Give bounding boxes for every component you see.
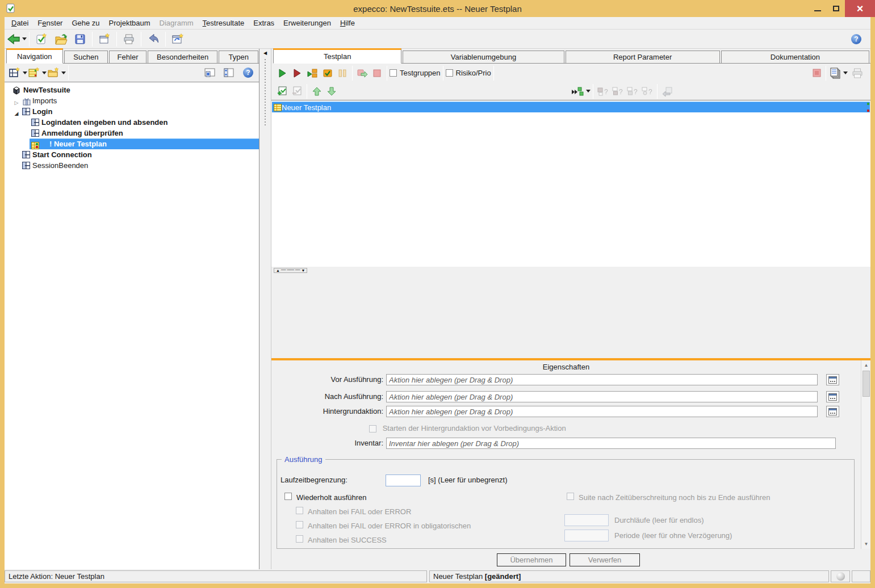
tree-item-neuer-testplan[interactable]: ! Neuer Testplan xyxy=(5,138,259,149)
testgruppen-toggle[interactable]: Testgruppen xyxy=(390,65,441,82)
run-selected-icon xyxy=(307,68,318,78)
risiko-checkbox[interactable] xyxy=(446,69,453,77)
navigation-panel: Navigation Suchen Fehler Besonderheiten … xyxy=(5,49,259,569)
vor-ausfuehrung-input[interactable] xyxy=(386,374,818,385)
reload-browser-button[interactable] xyxy=(168,31,187,48)
panel-splitter[interactable]: ◀ xyxy=(259,49,271,569)
run-debug-button[interactable] xyxy=(290,65,304,82)
print-report-button xyxy=(848,65,867,82)
nach-ausfuehrung-input[interactable] xyxy=(386,391,818,402)
maximize-button[interactable] xyxy=(827,0,845,17)
properties-scrollbar[interactable]: ▲ ▼ xyxy=(861,360,870,549)
collapse-up-icon[interactable]: ▲ xyxy=(276,268,280,272)
tab-variablenumgebung[interactable]: Variablenumgebung xyxy=(403,51,564,63)
state-unknown-icon: ? xyxy=(641,86,654,96)
menu-hilfe[interactable]: Hilfe xyxy=(336,18,359,28)
hintergrundaktion-browse-button[interactable] xyxy=(826,406,839,417)
tree-item-newtestsuite[interactable]: NewTestsuite xyxy=(5,85,259,95)
report-copies-button[interactable] xyxy=(828,65,848,82)
new-testplan-button[interactable] xyxy=(27,64,47,81)
menubar: Datei Fenster Gehe zu Projektbaum Diagra… xyxy=(5,17,870,30)
chevron-down-icon xyxy=(586,90,591,93)
tree-item-start-connection[interactable]: Start Connection xyxy=(5,149,259,160)
risiko-toggle[interactable]: Risiko/Prio xyxy=(446,65,491,82)
new-item-button[interactable] xyxy=(32,31,51,48)
testgruppen-checkbox[interactable] xyxy=(390,69,397,77)
navigation-help-button[interactable]: ? xyxy=(238,64,258,81)
move-down-button[interactable] xyxy=(324,83,339,100)
stop-button[interactable] xyxy=(370,65,384,82)
vor-ausfuehrung-label: Vor Ausführung: xyxy=(271,374,383,385)
tab-fehler[interactable]: Fehler xyxy=(109,51,146,63)
tab-suchen[interactable]: Suchen xyxy=(64,51,108,63)
print-button[interactable] xyxy=(119,31,139,48)
uebernehmen-button[interactable]: Übernehmen xyxy=(497,553,566,566)
detach-view-button[interactable] xyxy=(200,64,219,81)
vor-ausfuehrung-browse-button[interactable] xyxy=(826,374,839,385)
open-button[interactable] xyxy=(51,31,70,48)
scroll-down-icon[interactable]: ▼ xyxy=(861,539,871,549)
hintergrundaktion-input[interactable] xyxy=(386,406,818,417)
horizontal-splitter[interactable]: ▲┄┄┄┄┄┄┄▼ xyxy=(271,267,870,274)
save-button[interactable] xyxy=(70,31,90,48)
new-folder-button[interactable] xyxy=(47,64,66,81)
undo-button[interactable] xyxy=(144,31,163,48)
wiederholt-checkbox[interactable] xyxy=(284,493,292,500)
toolbar-separator xyxy=(165,32,166,47)
state-unknown-4-button: ? xyxy=(640,83,655,100)
tree-item-login[interactable]: Login xyxy=(5,106,259,117)
new-testcase-button[interactable] xyxy=(8,64,27,81)
menu-datei[interactable]: Datei xyxy=(7,18,33,28)
tree-item-anmeldung[interactable]: Anmeldung überprüfen xyxy=(5,128,259,138)
tab-besonderheiten[interactable]: Besonderheiten xyxy=(148,51,217,63)
minimize-button[interactable] xyxy=(809,0,827,17)
expander-expanded-icon[interactable] xyxy=(14,108,19,117)
tab-navigation[interactable]: Navigation xyxy=(6,48,63,64)
run-button[interactable] xyxy=(275,65,290,82)
run-selected-button[interactable] xyxy=(304,65,320,82)
menu-extras[interactable]: Extras xyxy=(249,18,279,28)
help-icon: ? xyxy=(243,68,253,78)
add-entry-button[interactable] xyxy=(275,83,290,100)
menu-gehe-zu[interactable]: Gehe zu xyxy=(67,18,104,28)
pause-button[interactable] xyxy=(335,65,350,82)
tab-scroll-left-icon[interactable]: ◀ xyxy=(259,51,271,56)
scrollbar-thumb[interactable] xyxy=(863,371,870,397)
testplan-row-selected[interactable]: Neuer Testplan xyxy=(272,102,870,112)
scroll-up-icon[interactable]: ▲ xyxy=(861,360,871,370)
rerun-selected-button[interactable] xyxy=(571,83,591,100)
new-window-button[interactable] xyxy=(95,31,114,48)
nach-ausfuehrung-browse-button[interactable] xyxy=(826,391,839,402)
close-button[interactable] xyxy=(845,0,875,17)
tree-item-imports[interactable]: Imports xyxy=(5,95,259,106)
menu-erweiterungen[interactable]: Erweiterungen xyxy=(279,18,336,28)
layout-view-button[interactable] xyxy=(219,64,238,81)
menu-fenster[interactable]: Fenster xyxy=(33,18,67,28)
testplan-list: Neuer Testplan xyxy=(271,100,870,267)
back-button[interactable] xyxy=(7,31,27,48)
testcase-grid-icon xyxy=(22,162,30,169)
move-up-button[interactable] xyxy=(309,83,324,100)
step-button[interactable] xyxy=(355,65,370,82)
tree-item-sessionbeenden[interactable]: SessionBeenden xyxy=(5,160,259,171)
splitter-handle[interactable]: ▲┄┄┄┄┄┄┄▼ xyxy=(274,268,307,273)
testplan-panel: Testplan Variablenumgebung Report Parame… xyxy=(271,49,870,569)
left-tab-strip: Navigation Suchen Fehler Besonderheiten … xyxy=(6,49,259,64)
tree-item-logindaten[interactable]: Logindaten eingeben und absenden xyxy=(5,117,259,128)
menu-testresultate[interactable]: Testresultate xyxy=(198,18,249,28)
tab-report-parameter[interactable]: Report Parameter xyxy=(566,51,720,63)
verwerfen-button[interactable]: Verwerfen xyxy=(570,553,640,566)
splitter-grip[interactable] xyxy=(265,59,266,127)
toolbar-separator xyxy=(493,66,494,81)
stop-indicator-button[interactable] xyxy=(810,65,823,82)
collapse-down-icon[interactable]: ▼ xyxy=(301,268,305,272)
laufzeit-input[interactable] xyxy=(386,474,421,486)
menu-projektbaum[interactable]: Projektbaum xyxy=(104,18,155,28)
tab-dokumentation[interactable]: Dokumentation xyxy=(721,51,869,63)
tab-testplan[interactable]: Testplan xyxy=(273,48,401,64)
tab-typen[interactable]: Typen xyxy=(219,51,258,63)
run-checked-button[interactable] xyxy=(320,65,335,82)
inventar-input[interactable] xyxy=(386,438,836,449)
help-button[interactable]: ? xyxy=(847,31,866,48)
expander-collapsed-icon[interactable] xyxy=(14,98,19,106)
